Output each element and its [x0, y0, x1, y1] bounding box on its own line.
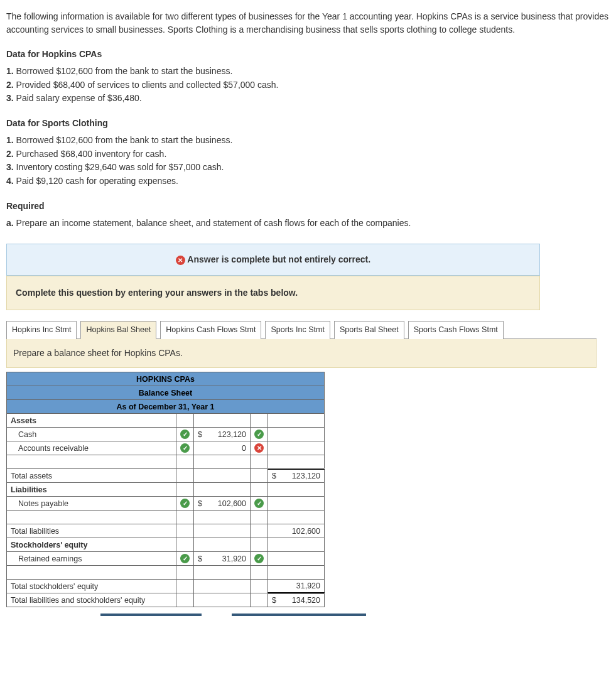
cash-value[interactable]: $123,120: [194, 428, 251, 441]
check-icon: ✓: [180, 430, 190, 439]
total-assets-value: $123,120: [268, 469, 325, 483]
row-liabilities-header: Liabilities: [7, 483, 176, 497]
check-icon: ✓: [180, 554, 190, 563]
required-title: Required: [6, 200, 610, 213]
tab-sports-cash-flows[interactable]: Sports Cash Flows Stmt: [408, 321, 504, 340]
check-icon: ✓: [180, 443, 190, 453]
tab-hopkins-inc-stmt[interactable]: Hopkins Inc Stmt: [6, 321, 77, 340]
row-total-assets: Total assets $123,120: [7, 469, 325, 483]
hopkins-list: 1. Borrowed $102,600 from the bank to st…: [6, 65, 610, 105]
tab-sports-inc-stmt[interactable]: Sports Inc Stmt: [265, 321, 330, 340]
np-label[interactable]: Notes payable: [7, 497, 176, 511]
re-value[interactable]: $31,920: [194, 552, 251, 566]
prev-tab-button[interactable]: < Hopkins Inc Stmt: [100, 614, 202, 616]
total-liab-value: 102,600: [268, 524, 325, 538]
tabs-row: Hopkins Inc Stmt Hopkins Bal Sheet Hopki…: [6, 320, 597, 340]
instruction-banner: Complete this question by entering your …: [6, 276, 540, 310]
tab-hopkins-bal-sheet[interactable]: Hopkins Bal Sheet: [80, 321, 156, 340]
row-blank: [7, 511, 325, 524]
check-icon: ✓: [254, 499, 264, 508]
tab-sports-bal-sheet[interactable]: Sports Bal Sheet: [334, 321, 404, 340]
intro-paragraph: The following information is available f…: [6, 10, 610, 36]
row-cash: Cash ✓ $123,120 ✓: [7, 428, 325, 441]
section-sports-title: Data for Sports Clothing: [6, 117, 610, 130]
row-assets-header: Assets: [7, 414, 176, 428]
section-hopkins-title: Data for Hopkins CPAs: [6, 48, 610, 61]
next-tab-button[interactable]: Hopkins Cash Flows Stmt >: [232, 614, 366, 616]
sheet-title-date: As of December 31, Year 1: [7, 400, 325, 414]
nav-row: < Hopkins Inc Stmt Hopkins Cash Flows St…: [100, 614, 610, 616]
row-notes-payable: Notes payable ✓ $102,600 ✓: [7, 497, 325, 511]
row-se-header: Stockholders' equity: [7, 538, 176, 552]
row-blank: [7, 566, 325, 580]
cash-label[interactable]: Cash: [7, 428, 176, 441]
sports-list: 1. Borrowed $102,600 from the bank to st…: [6, 134, 610, 188]
required-item-a: a. Prepare an income statement, balance …: [6, 217, 610, 230]
row-total-lse: Total liabilities and stockholders' equi…: [7, 593, 325, 607]
re-label[interactable]: Retained earnings: [7, 552, 176, 566]
answer-status-banner: ✕ Answer is complete but not entirely co…: [6, 244, 540, 276]
total-lse-value: $134,520: [268, 593, 325, 607]
incorrect-icon: ✕: [176, 256, 185, 265]
tab-instruction: Prepare a balance sheet for Hopkins CPAs…: [6, 339, 597, 368]
row-blank: [7, 455, 325, 469]
check-icon: ✓: [180, 499, 190, 508]
row-total-se: Total stockholders' equity 31,920: [7, 580, 325, 593]
check-icon: ✓: [254, 430, 264, 439]
check-icon: ✓: [254, 554, 264, 563]
balance-sheet-table: HOPKINS CPAs Balance Sheet As of Decembe…: [6, 372, 325, 607]
ar-label[interactable]: Accounts receivable: [7, 441, 176, 455]
np-value[interactable]: $102,600: [194, 497, 251, 511]
cross-icon: ✕: [254, 443, 264, 453]
ar-value[interactable]: 0: [194, 441, 251, 455]
row-total-liabilities: Total liabilities 102,600: [7, 524, 325, 538]
row-accounts-receivable: Accounts receivable ✓ 0 ✕: [7, 441, 325, 455]
tab-hopkins-cash-flows[interactable]: Hopkins Cash Flows Stmt: [160, 321, 261, 340]
total-se-value: 31,920: [268, 580, 325, 593]
row-retained-earnings: Retained earnings ✓ $31,920 ✓: [7, 552, 325, 566]
sheet-title-report: Balance Sheet: [7, 386, 325, 400]
sheet-title-company: HOPKINS CPAs: [7, 372, 325, 386]
